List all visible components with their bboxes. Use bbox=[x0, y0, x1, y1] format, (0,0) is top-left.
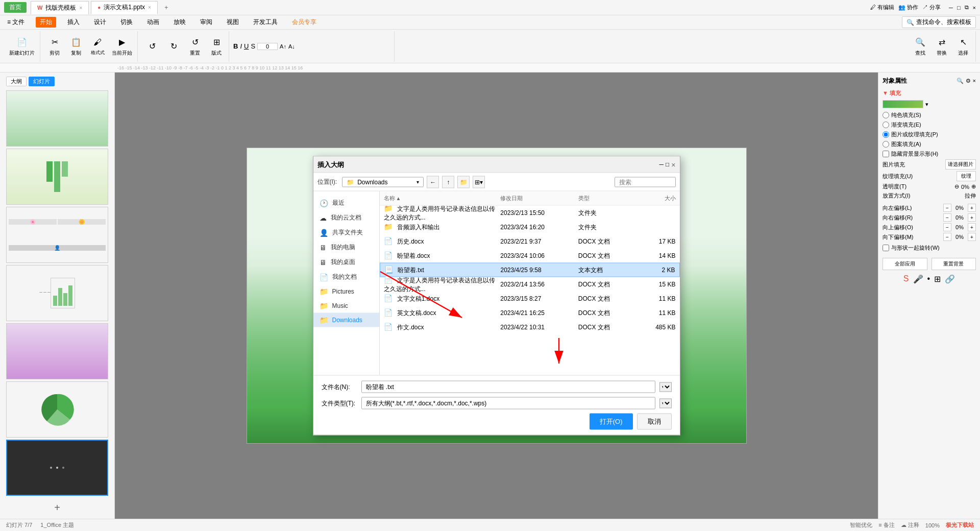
menu-design[interactable]: 设计 bbox=[91, 17, 109, 28]
apply-all-btn[interactable]: 全部应用 bbox=[883, 258, 927, 270]
slide-thumb-7[interactable] bbox=[6, 440, 108, 496]
offset-t-plus[interactable]: + bbox=[968, 223, 976, 231]
offset-r-minus[interactable]: − bbox=[943, 213, 951, 222]
menu-insert[interactable]: 插入 bbox=[64, 17, 83, 28]
fill-expand[interactable]: ▾ bbox=[925, 101, 928, 108]
file-row[interactable]: 📄 盼望着.docx 2023/3/24 10:06 DOCX 文档 14 KB bbox=[380, 249, 680, 263]
nav-cloud[interactable]: ☁ 我的云文档 bbox=[313, 210, 379, 225]
restore-btn[interactable]: ⧉ bbox=[965, 4, 969, 11]
menu-member[interactable]: 会员专享 bbox=[289, 17, 320, 28]
dialog-minimize[interactable]: ─ bbox=[659, 160, 664, 168]
slide-thumb-3[interactable]: 🌸 🌼 👤 bbox=[6, 207, 108, 263]
tab-close-1[interactable]: × bbox=[79, 5, 82, 11]
rotate-row[interactable]: 与形状一起旋转(W) bbox=[883, 244, 976, 252]
menu-dev[interactable]: 开发工具 bbox=[250, 17, 281, 28]
dialog-maximize[interactable]: □ bbox=[666, 160, 669, 168]
search-box-top[interactable]: 🔍 查找命令、搜索模板 bbox=[902, 16, 976, 28]
slide-item-4[interactable]: 4 ─ ─ ─ bbox=[6, 265, 108, 321]
nav-pictures[interactable]: 📁 Pictures bbox=[313, 284, 379, 299]
fill-option-pattern[interactable]: 图案填充(A) bbox=[883, 140, 976, 148]
nav-computer[interactable]: 🖥 我的电脑 bbox=[313, 240, 379, 255]
strikethrough-btn[interactable]: S bbox=[251, 42, 255, 50]
menu-start[interactable]: 开始 bbox=[36, 17, 56, 28]
cut-btn[interactable]: ✂ 剪切 bbox=[44, 35, 65, 58]
menu-review[interactable]: 审阅 bbox=[197, 17, 215, 28]
nav-view-btn[interactable]: ⊞▾ bbox=[473, 176, 485, 188]
notes-btn[interactable]: ≡ 备注 bbox=[878, 521, 894, 529]
find-btn[interactable]: 🔍 查找 bbox=[910, 35, 930, 58]
menu-file[interactable]: ≡ 文件 bbox=[4, 17, 28, 28]
close-btn[interactable]: × bbox=[973, 5, 976, 11]
file-row[interactable]: 📄 文字是人类用符号记录表达信息以传之久远的方式... 2023/2/14 13… bbox=[380, 277, 680, 292]
slide-thumb-6[interactable] bbox=[6, 381, 108, 438]
replace-btn[interactable]: ⇄ 替换 bbox=[932, 35, 952, 58]
fill-option-hide[interactable]: 隐藏背景显示形(H) bbox=[883, 150, 976, 158]
picture-fill-btn[interactable]: 请选择图片 bbox=[945, 159, 976, 170]
tab-close-2[interactable]: × bbox=[148, 5, 151, 10]
slide-item-2[interactable]: 2 bbox=[6, 149, 108, 205]
comments-btn[interactable]: ☁ 注释 bbox=[901, 521, 919, 529]
slide-thumb-4[interactable]: ─ ─ ─ bbox=[6, 265, 108, 321]
undo-btn[interactable]: ↺ bbox=[142, 39, 162, 54]
slide-item-5[interactable]: 5 bbox=[6, 323, 108, 379]
bold-btn[interactable]: B bbox=[233, 42, 238, 50]
select-btn[interactable]: ↖ 选择 bbox=[953, 35, 973, 58]
add-icon[interactable]: + bbox=[54, 502, 60, 513]
nav-up-btn[interactable]: ↑ bbox=[442, 176, 454, 188]
nav-recent[interactable]: 🕐 最近 bbox=[313, 196, 379, 210]
decrease-font-btn[interactable]: A↓ bbox=[288, 43, 295, 50]
offset-b-plus[interactable]: + bbox=[968, 233, 976, 241]
tab-templates[interactable]: W 找版壳模板 × bbox=[31, 1, 89, 14]
maximize-btn[interactable]: □ bbox=[957, 5, 961, 11]
menu-switch[interactable]: 切换 bbox=[117, 17, 136, 28]
dialog-close-btn[interactable]: × bbox=[671, 160, 675, 168]
col-date[interactable]: 修改日期 bbox=[500, 195, 578, 202]
font-size-input[interactable] bbox=[257, 43, 278, 50]
slide-item-1[interactable]: 1 bbox=[6, 90, 108, 147]
add-slide-btn[interactable]: + bbox=[2, 498, 112, 518]
fill-radio-picture[interactable] bbox=[883, 131, 889, 138]
tab-presentation[interactable]: ● 演示文稿1.pptx × bbox=[91, 1, 158, 14]
offset-b-minus[interactable]: − bbox=[943, 233, 951, 241]
filename-input[interactable] bbox=[361, 381, 655, 393]
nav-shared[interactable]: 👤 共享文件夹 bbox=[313, 225, 379, 240]
location-box[interactable]: 📁 Downloads ▾ bbox=[342, 177, 424, 187]
panel-settings-icon[interactable]: ⚙ bbox=[966, 78, 971, 84]
italic-btn[interactable]: I bbox=[240, 42, 242, 50]
filetype-dropdown[interactable]: ▾ bbox=[659, 398, 672, 408]
transparency-minus[interactable]: ⊖ bbox=[954, 183, 959, 190]
transparency-plus[interactable]: ⊕ bbox=[971, 183, 976, 190]
menu-view[interactable]: 视图 bbox=[224, 17, 242, 28]
underline-btn[interactable]: U bbox=[244, 42, 249, 50]
fill-header[interactable]: ▼ 填充 bbox=[883, 89, 976, 97]
menu-play[interactable]: 放映 bbox=[170, 17, 189, 28]
open-btn[interactable]: 打开(O) bbox=[590, 414, 633, 430]
panel-close-icon[interactable]: × bbox=[973, 78, 976, 84]
fill-hide-checkbox[interactable] bbox=[883, 151, 889, 157]
start-btn[interactable]: ▶ 当前开始 bbox=[109, 35, 135, 58]
slide-thumb-1[interactable] bbox=[6, 90, 108, 147]
reset-btn[interactable]: ↺ 重置 bbox=[185, 35, 205, 58]
format-btn[interactable]: 🖌 格式式 bbox=[87, 35, 108, 57]
new-slide-btn[interactable]: 📄 新建幻灯片 bbox=[6, 35, 38, 58]
offset-l-plus[interactable]: + bbox=[968, 204, 976, 212]
fill-radio-pattern[interactable] bbox=[883, 141, 889, 148]
slide-item-6[interactable]: 6 bbox=[6, 381, 108, 438]
add-tab-button[interactable]: + bbox=[160, 1, 173, 14]
menu-animation[interactable]: 动画 bbox=[144, 17, 162, 28]
col-size[interactable]: 大小 bbox=[636, 195, 675, 202]
panel-search-icon[interactable]: 🔍 bbox=[957, 78, 964, 84]
file-row[interactable]: 📄 英文文稿.docx 2023/4/21 16:25 DOCX 文档 11 K… bbox=[380, 306, 680, 320]
file-row[interactable]: 📁 音频源入和输出 2023/3/24 16:20 文件夹 bbox=[380, 220, 680, 234]
offset-t-minus[interactable]: − bbox=[943, 223, 951, 231]
nav-downloads[interactable]: 📁 Downloads bbox=[313, 313, 379, 327]
col-name[interactable]: 名称▲ bbox=[384, 195, 501, 202]
offset-l-minus[interactable]: − bbox=[943, 204, 951, 212]
increase-font-btn[interactable]: A↑ bbox=[280, 43, 286, 50]
nav-music[interactable]: 📁 Music bbox=[313, 299, 379, 313]
slide-thumb-5[interactable] bbox=[6, 323, 108, 379]
slide-item-3[interactable]: 3 🌸 🌼 👤 bbox=[6, 207, 108, 263]
texture-btn[interactable]: 纹理 bbox=[957, 171, 976, 181]
reset-bg-btn[interactable]: 重置背景 bbox=[932, 258, 976, 270]
nav-new-folder-btn[interactable]: 📁 bbox=[457, 176, 470, 188]
